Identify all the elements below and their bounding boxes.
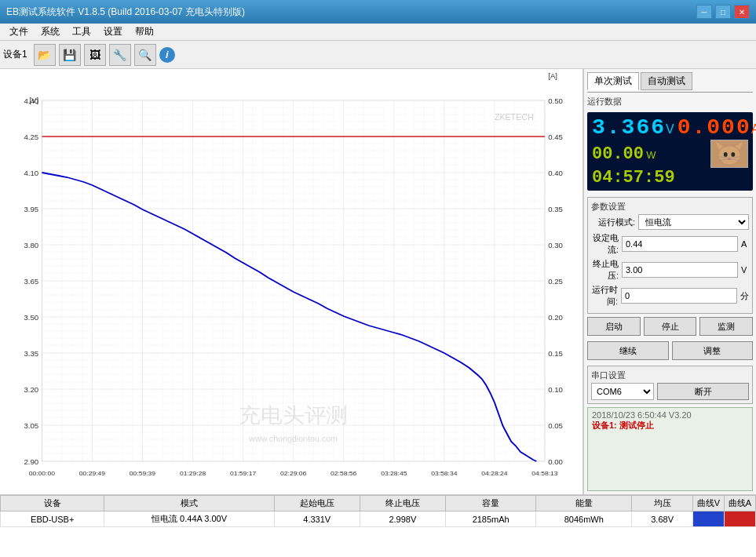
cat-image bbox=[710, 140, 748, 168]
cell-end-v: 2.998V bbox=[360, 511, 445, 527]
tab-auto-test[interactable]: 自动测试 bbox=[641, 72, 692, 90]
tab-row: 单次测试 自动测试 bbox=[587, 72, 753, 93]
col-end-v: 终止电压 bbox=[360, 496, 445, 511]
cell-curve-v bbox=[693, 511, 725, 527]
svg-text:3.35: 3.35 bbox=[24, 350, 38, 358]
close-button[interactable]: ✕ bbox=[734, 5, 750, 19]
params-title: 参数设置 bbox=[591, 201, 749, 213]
main-area: EB Tester Software ZKETECH bbox=[0, 69, 756, 494]
cell-mode: 恒电流 0.44A 3.00V bbox=[104, 511, 274, 527]
svg-text:0.30: 0.30 bbox=[548, 242, 563, 249]
current-input[interactable] bbox=[622, 236, 738, 252]
svg-text:0.25: 0.25 bbox=[548, 278, 563, 286]
col-curve-a: 曲线A bbox=[725, 496, 756, 511]
status-line1: 2018/10/23 6:50:44 V3.20 bbox=[592, 410, 748, 420]
current-unit-label: A bbox=[741, 239, 749, 249]
serial-section: 串口设置 COM6 断开 bbox=[587, 366, 753, 404]
power-unit: W bbox=[646, 149, 656, 161]
status-log: 2018/10/23 6:50:44 V3.20 设备1: 测试停止 bbox=[587, 407, 753, 491]
current-value: 0.000 bbox=[677, 115, 751, 140]
port-select[interactable]: COM6 bbox=[591, 383, 654, 400]
stop-button[interactable]: 停止 bbox=[644, 317, 697, 336]
bottom-table: 设备 模式 起始电压 终止电压 容量 能量 均压 曲线V 曲线A EBD-USB… bbox=[0, 494, 756, 557]
menu-settings[interactable]: 设置 bbox=[97, 24, 129, 40]
info-button[interactable]: i bbox=[159, 47, 175, 63]
search-button[interactable]: 🔍 bbox=[134, 44, 156, 66]
col-curve-v: 曲线V bbox=[693, 496, 725, 511]
svg-point-140 bbox=[719, 146, 740, 164]
menu-bar: 文件 系统 工具 设置 帮助 bbox=[0, 24, 756, 41]
svg-text:3.80: 3.80 bbox=[24, 242, 38, 249]
maximize-button[interactable]: □ bbox=[715, 5, 731, 19]
right-panel: 单次测试 自动测试 运行数据 3.366 V 0.000 A 00.00 W bbox=[583, 69, 756, 494]
time-input[interactable] bbox=[621, 288, 737, 304]
svg-text:00:00:00: 00:00:00 bbox=[29, 470, 56, 477]
svg-text:4.10: 4.10 bbox=[24, 169, 38, 177]
voltage-row: 终止电压: V bbox=[591, 258, 749, 282]
voltage-unit: V bbox=[666, 122, 674, 137]
svg-text:4.40: 4.40 bbox=[24, 97, 38, 105]
table-header-row: 设备 模式 起始电压 终止电压 容量 能量 均压 曲线V 曲线A bbox=[1, 496, 756, 511]
cell-energy: 8046mWh bbox=[536, 511, 632, 527]
monitor-button[interactable]: 监测 bbox=[699, 317, 753, 336]
open-button[interactable]: 📂 bbox=[34, 44, 56, 66]
svg-text:3.65: 3.65 bbox=[24, 278, 38, 286]
running-data-title: 运行数据 bbox=[587, 96, 753, 107]
mode-row: 运行模式: 恒电流 bbox=[591, 214, 749, 230]
svg-text:4.25: 4.25 bbox=[24, 133, 38, 141]
svg-text:00:59:39: 00:59:39 bbox=[130, 470, 156, 477]
cell-curve-a bbox=[725, 511, 756, 527]
col-capacity: 容量 bbox=[445, 496, 536, 511]
cell-avg-v: 3.68V bbox=[632, 511, 693, 527]
toolbar: 设备1 📂 💾 🖼 🔧 🔍 i bbox=[0, 41, 756, 69]
svg-text:0.50: 0.50 bbox=[548, 97, 563, 105]
svg-text:0.40: 0.40 bbox=[548, 169, 563, 177]
col-start-v: 起始电压 bbox=[274, 496, 360, 511]
svg-text:ZKETECH: ZKETECH bbox=[495, 113, 534, 122]
save-button[interactable]: 💾 bbox=[59, 44, 81, 66]
settings-button[interactable]: 🔧 bbox=[109, 44, 131, 66]
menu-system[interactable]: 系统 bbox=[35, 24, 66, 40]
svg-text:01:59:17: 01:59:17 bbox=[230, 470, 257, 477]
chart-svg: [V] 4.40 4.25 4.10 3.95 3.80 3.65 3.50 3… bbox=[0, 69, 583, 494]
disconnect-button[interactable]: 断开 bbox=[657, 383, 749, 400]
svg-text:www.chongdiontou.com: www.chongdiontou.com bbox=[248, 435, 338, 443]
chart-area: EB Tester Software ZKETECH bbox=[0, 69, 583, 494]
svg-text:02:29:06: 02:29:06 bbox=[280, 470, 307, 477]
minimize-button[interactable]: ─ bbox=[696, 5, 712, 19]
voltage-input[interactable] bbox=[622, 262, 738, 278]
cell-start-v: 4.331V bbox=[274, 511, 360, 527]
svg-text:00:29:49: 00:29:49 bbox=[79, 470, 106, 477]
time-row: 运行时间: 分 bbox=[591, 284, 749, 308]
start-button[interactable]: 启动 bbox=[587, 317, 641, 336]
screenshot-button[interactable]: 🖼 bbox=[84, 44, 106, 66]
svg-text:03:58:34: 03:58:34 bbox=[431, 470, 458, 477]
device-label: 设备1 bbox=[3, 48, 27, 61]
col-device: 设备 bbox=[1, 496, 104, 511]
svg-text:0.20: 0.20 bbox=[548, 314, 563, 322]
status-line2: 设备1: 测试停止 bbox=[592, 420, 748, 431]
mode-select[interactable]: 恒电流 bbox=[638, 214, 749, 230]
menu-help[interactable]: 帮助 bbox=[129, 24, 160, 40]
digital-display: 3.366 V 0.000 A 00.00 W bbox=[587, 112, 753, 191]
tab-single-test[interactable]: 单次测试 bbox=[587, 72, 639, 90]
svg-text:3.05: 3.05 bbox=[24, 422, 38, 430]
svg-text:3.20: 3.20 bbox=[24, 386, 38, 394]
svg-text:3.95: 3.95 bbox=[24, 206, 38, 213]
menu-file[interactable]: 文件 bbox=[3, 24, 35, 40]
current-unit: A bbox=[751, 122, 756, 137]
svg-text:0.10: 0.10 bbox=[548, 386, 563, 394]
adjust-button[interactable]: 调整 bbox=[672, 341, 754, 360]
current-row: 设定电流: A bbox=[591, 232, 749, 256]
svg-text:01:29:28: 01:29:28 bbox=[180, 470, 206, 477]
time-unit-label: 分 bbox=[740, 290, 749, 302]
title-bar: EB测试系统软件 V1.8.5 (Build 2016-03-07 充电头特别版… bbox=[0, 0, 756, 24]
svg-text:04:28:24: 04:28:24 bbox=[481, 470, 508, 477]
svg-text:3.50: 3.50 bbox=[24, 314, 38, 322]
svg-text:[A]: [A] bbox=[548, 72, 557, 80]
params-section: 参数设置 运行模式: 恒电流 设定电流: A 终止电压: V 运行时间: bbox=[587, 197, 753, 314]
voltage-value: 3.366 bbox=[592, 115, 666, 140]
menu-tools[interactable]: 工具 bbox=[66, 24, 97, 40]
continue-button[interactable]: 继续 bbox=[587, 341, 669, 360]
title-text: EB测试系统软件 V1.8.5 (Build 2016-03-07 充电头特别版… bbox=[6, 5, 245, 19]
